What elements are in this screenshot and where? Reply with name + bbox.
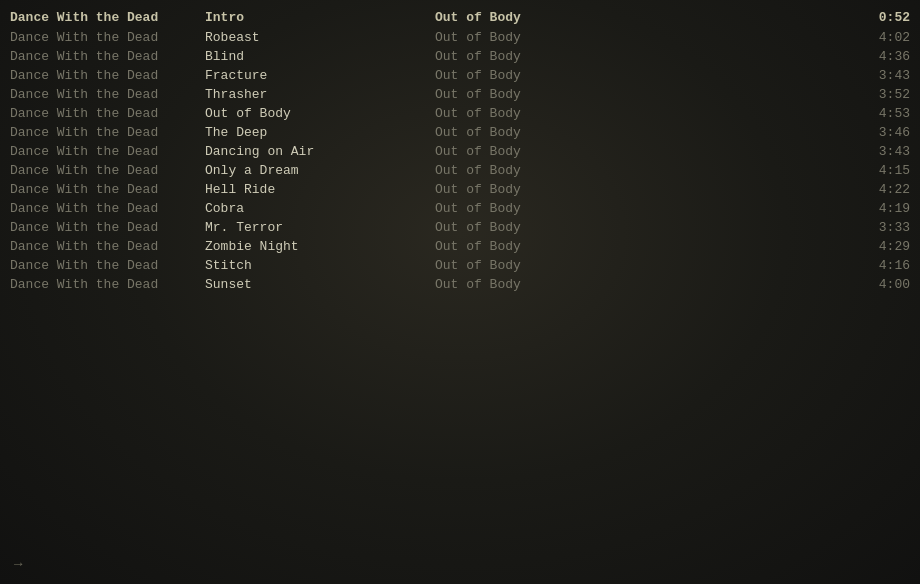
track-album: Out of Body <box>435 220 850 235</box>
table-row[interactable]: Dance With the DeadFractureOut of Body3:… <box>0 66 920 85</box>
track-duration: 4:29 <box>850 239 910 254</box>
track-album: Out of Body <box>435 30 850 45</box>
track-title: Hell Ride <box>205 182 435 197</box>
table-row[interactable]: Dance With the DeadStitchOut of Body4:16 <box>0 256 920 275</box>
track-artist: Dance With the Dead <box>10 144 205 159</box>
track-album: Out of Body <box>435 49 850 64</box>
track-title: Out of Body <box>205 106 435 121</box>
track-list: Dance With the Dead Intro Out of Body 0:… <box>0 0 920 302</box>
track-album: Out of Body <box>435 258 850 273</box>
track-album: Out of Body <box>435 201 850 216</box>
track-duration: 3:46 <box>850 125 910 140</box>
track-album: Out of Body <box>435 68 850 83</box>
track-album: Out of Body <box>435 163 850 178</box>
track-artist: Dance With the Dead <box>10 30 205 45</box>
table-row[interactable]: Dance With the DeadRobeastOut of Body4:0… <box>0 28 920 47</box>
track-title: Thrasher <box>205 87 435 102</box>
track-artist: Dance With the Dead <box>10 258 205 273</box>
track-album: Out of Body <box>435 144 850 159</box>
track-title: Sunset <box>205 277 435 292</box>
track-artist: Dance With the Dead <box>10 277 205 292</box>
track-title: Zombie Night <box>205 239 435 254</box>
track-duration: 4:15 <box>850 163 910 178</box>
track-duration: 3:33 <box>850 220 910 235</box>
table-row[interactable]: Dance With the DeadHell RideOut of Body4… <box>0 180 920 199</box>
track-duration: 4:02 <box>850 30 910 45</box>
track-album: Out of Body <box>435 87 850 102</box>
track-title: Dancing on Air <box>205 144 435 159</box>
track-album: Out of Body <box>435 277 850 292</box>
track-title: The Deep <box>205 125 435 140</box>
track-album: Out of Body <box>435 125 850 140</box>
table-row[interactable]: Dance With the DeadThe DeepOut of Body3:… <box>0 123 920 142</box>
track-title: Only a Dream <box>205 163 435 178</box>
track-artist: Dance With the Dead <box>10 68 205 83</box>
track-duration: 4:00 <box>850 277 910 292</box>
bottom-arrow-icon: → <box>14 556 22 572</box>
track-duration: 4:19 <box>850 201 910 216</box>
track-artist: Dance With the Dead <box>10 106 205 121</box>
header-duration: 0:52 <box>850 10 910 25</box>
table-row[interactable]: Dance With the DeadCobraOut of Body4:19 <box>0 199 920 218</box>
table-row[interactable]: Dance With the DeadDancing on AirOut of … <box>0 142 920 161</box>
track-title: Stitch <box>205 258 435 273</box>
track-artist: Dance With the Dead <box>10 87 205 102</box>
table-row[interactable]: Dance With the DeadMr. TerrorOut of Body… <box>0 218 920 237</box>
table-row[interactable]: Dance With the DeadOnly a DreamOut of Bo… <box>0 161 920 180</box>
track-duration: 3:43 <box>850 144 910 159</box>
track-duration: 4:36 <box>850 49 910 64</box>
table-row[interactable]: Dance With the DeadSunsetOut of Body4:00 <box>0 275 920 294</box>
table-row[interactable]: Dance With the DeadBlindOut of Body4:36 <box>0 47 920 66</box>
table-row[interactable]: Dance With the DeadThrasherOut of Body3:… <box>0 85 920 104</box>
track-duration: 3:43 <box>850 68 910 83</box>
track-album: Out of Body <box>435 106 850 121</box>
track-title: Robeast <box>205 30 435 45</box>
track-artist: Dance With the Dead <box>10 220 205 235</box>
header-title: Intro <box>205 10 435 25</box>
track-title: Mr. Terror <box>205 220 435 235</box>
track-artist: Dance With the Dead <box>10 182 205 197</box>
track-artist: Dance With the Dead <box>10 49 205 64</box>
header-artist: Dance With the Dead <box>10 10 205 25</box>
track-duration: 4:16 <box>850 258 910 273</box>
track-artist: Dance With the Dead <box>10 163 205 178</box>
table-row[interactable]: Dance With the DeadOut of BodyOut of Bod… <box>0 104 920 123</box>
track-title: Cobra <box>205 201 435 216</box>
track-album: Out of Body <box>435 182 850 197</box>
track-title: Blind <box>205 49 435 64</box>
track-artist: Dance With the Dead <box>10 239 205 254</box>
track-title: Fracture <box>205 68 435 83</box>
track-duration: 3:52 <box>850 87 910 102</box>
header-album: Out of Body <box>435 10 850 25</box>
track-duration: 4:53 <box>850 106 910 121</box>
track-duration: 4:22 <box>850 182 910 197</box>
track-artist: Dance With the Dead <box>10 125 205 140</box>
table-row[interactable]: Dance With the DeadZombie NightOut of Bo… <box>0 237 920 256</box>
track-album: Out of Body <box>435 239 850 254</box>
track-artist: Dance With the Dead <box>10 201 205 216</box>
table-header: Dance With the Dead Intro Out of Body 0:… <box>0 8 920 27</box>
